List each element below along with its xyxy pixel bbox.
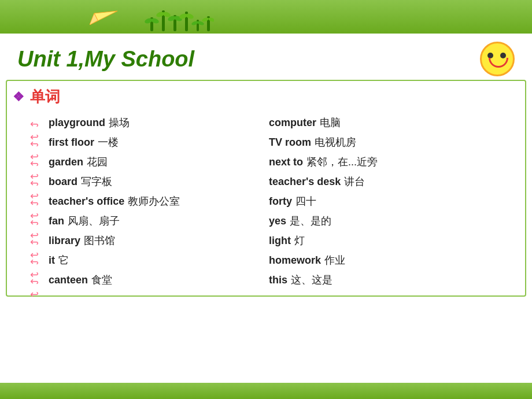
word-item-left-0: ↩ playground 操场 (19, 113, 269, 132)
word-item-left-8: ↩ canteen 食堂 (19, 270, 269, 290)
word-item-left-3: ↩ board 写字板 (19, 172, 269, 191)
bullet-icon: ↩ (30, 177, 43, 186)
word-item-left-6: ↩ library 图书馆 (19, 231, 269, 250)
word-item-right-0: computer 电脑 (269, 113, 519, 132)
word-item-left-1: ↩ first floor 一楼 (19, 132, 269, 152)
smiley-face (480, 42, 515, 76)
word-item-right-6: light 灯 (269, 231, 519, 250)
bottom-bar (0, 383, 532, 399)
paper-plane-icon (90, 3, 117, 25)
word-chinese: 风扇、扇子 (68, 214, 120, 228)
word-item-left-7: ↩ it 它 (19, 250, 269, 270)
bullet-icon: ↩ (30, 256, 43, 265)
word-chinese: 灯 (294, 234, 305, 247)
word-chinese: 作业 (324, 253, 345, 267)
word-english: computer (269, 117, 316, 129)
word-item-right-2: next to 紧邻，在...近旁 (269, 152, 519, 172)
word-english: first floor (49, 136, 94, 149)
word-english: yes (269, 215, 286, 227)
bullet-icon: ↩ (30, 197, 43, 206)
word-english: playground (49, 117, 105, 129)
word-chinese: 教师办公室 (128, 194, 180, 208)
word-english: canteen (49, 274, 88, 286)
diamond-icon: ❖ (13, 90, 24, 105)
word-english: teacher's desk (269, 176, 341, 188)
section-title: 单词 (30, 87, 60, 107)
word-item-right-4: forty 四十 (269, 191, 519, 211)
word-item-left-5: ↩ fan 风扇、扇子 (19, 211, 269, 231)
word-english: homework (269, 254, 321, 267)
word-english: board (49, 176, 77, 188)
word-english: library (49, 235, 80, 247)
word-item-left-2: ↩ garden 花园 (19, 152, 269, 172)
word-chinese: 这、这是 (291, 273, 332, 287)
word-english: TV room (269, 136, 311, 149)
word-item-right-5: yes 是、是的 (269, 211, 519, 231)
word-item-right-1: TV room 电视机房 (269, 132, 519, 152)
section-header: ❖ 单词 (13, 87, 519, 107)
word-column-right: computer 电脑 TV room 电视机房 next to 紧邻，在...… (269, 113, 519, 290)
word-chinese: 它 (58, 253, 69, 267)
word-item-right-8: this 这、这是 (269, 270, 519, 290)
word-chinese: 电视机房 (315, 135, 356, 149)
word-chinese: 图书馆 (84, 234, 115, 247)
bullet-icon: ↩ (30, 216, 43, 226)
word-chinese: 一楼 (98, 135, 119, 149)
word-english: next to (269, 156, 303, 168)
title-area: Unit 1,My School (0, 34, 532, 80)
word-chinese: 四十 (295, 194, 316, 208)
word-english: this (269, 274, 287, 286)
bullet-icon: ↩ (30, 118, 43, 127)
page-title: Unit 1,My School (17, 47, 194, 72)
word-list: ↩ playground 操场 ↩ first floor 一楼 ↩ garde… (19, 113, 519, 290)
word-english: it (49, 254, 55, 267)
sprouts-decoration (145, 0, 214, 34)
word-column-left: ↩ playground 操场 ↩ first floor 一楼 ↩ garde… (19, 113, 269, 290)
bullet-icon: ↩ (30, 138, 43, 147)
content-box: ❖ 单词 ↩ playground 操场 ↩ first floor 一楼 ↩ … (6, 80, 526, 297)
bullet-icon: ↩ (30, 157, 43, 167)
word-chinese: 讲台 (344, 175, 365, 189)
word-english: fan (49, 215, 64, 227)
word-chinese: 写字板 (81, 175, 112, 189)
word-english: forty (269, 195, 292, 208)
word-english: garden (49, 156, 83, 168)
bullet-icon: ↩ (30, 236, 43, 245)
word-chinese: 花园 (87, 155, 108, 169)
word-english: teacher's office (49, 195, 124, 208)
bullet-icon: ↩ (30, 275, 43, 285)
word-chinese: 紧邻，在...近旁 (306, 155, 378, 169)
word-chinese: 操场 (109, 116, 130, 130)
top-decoration (0, 0, 532, 34)
top-bar (0, 0, 532, 34)
word-item-right-3: teacher's desk 讲台 (269, 172, 519, 191)
word-english: light (269, 235, 291, 247)
word-item-right-7: homework 作业 (269, 250, 519, 270)
word-chinese: 电脑 (320, 116, 341, 130)
word-chinese: 食堂 (91, 273, 112, 287)
word-chinese: 是、是的 (290, 214, 331, 228)
word-item-left-4: ↩ teacher's office 教师办公室 (19, 191, 269, 211)
